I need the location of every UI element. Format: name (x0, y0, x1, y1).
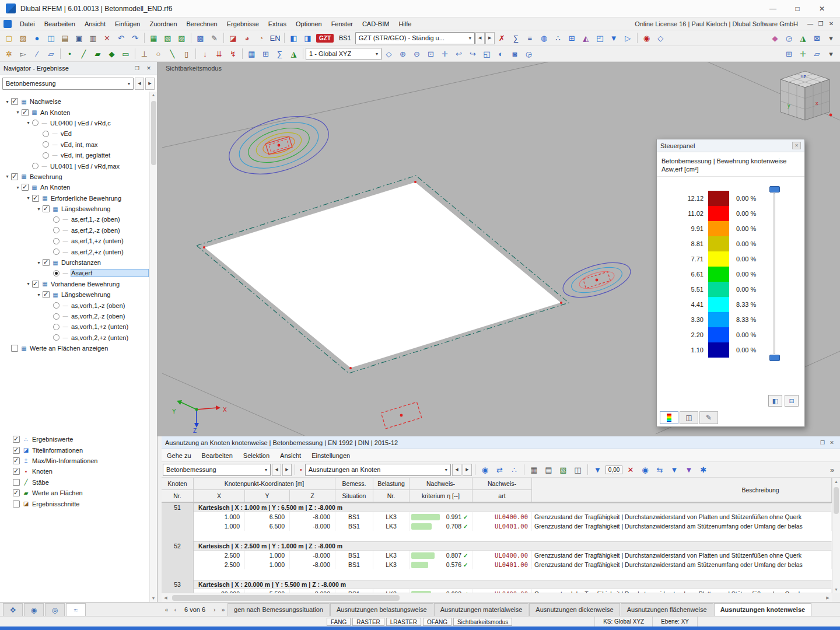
find-row-icon[interactable]: ◉ (638, 463, 652, 477)
tab-materialweise[interactable]: Ausnutzungen materialweise (434, 603, 529, 616)
clipping-icon[interactable]: ◶ (782, 32, 796, 45)
col-situation[interactable]: Situation (335, 490, 373, 502)
col-beschreibung[interactable]: Beschreibung (532, 478, 832, 502)
menu-zuordnen[interactable]: Zuordnen (145, 18, 181, 30)
scroll-thumb[interactable] (172, 595, 400, 601)
tree-item-erforderliche-bewehrung[interactable]: Erforderliche Bewehrung (0, 193, 149, 204)
expander-icon[interactable] (24, 120, 32, 125)
checkbox[interactable] (11, 98, 18, 105)
mdi-restore-icon[interactable] (816, 20, 826, 27)
next-module-button[interactable] (145, 78, 155, 90)
tree-item-ved-int-geglaettet[interactable]: vEd, int, geglättet (0, 150, 149, 160)
col-z[interactable]: Z (290, 490, 335, 502)
tree-item-as-erf-1-unten[interactable]: as,erf,1,+z (unten) (0, 236, 149, 246)
table-settings-icon[interactable]: ✱ (696, 463, 710, 477)
table-menu-bearbeiten[interactable]: Bearbeiten (197, 449, 238, 462)
minimize-button[interactable] (761, 1, 785, 17)
control-panel-icon[interactable]: ◰ (593, 32, 607, 45)
model-viewport[interactable]: X Y Z +z x y Sichtbarkeitsmodus (158, 62, 840, 436)
global-parameters-icon[interactable]: ◍ (537, 32, 551, 45)
previous-case-button[interactable] (475, 32, 485, 44)
toolbar-overflow-icon[interactable] (825, 463, 839, 477)
float-panel-icon[interactable] (132, 64, 142, 73)
row-filter-icon[interactable]: ▼ (667, 463, 681, 477)
radio[interactable] (53, 324, 60, 330)
checkbox[interactable] (43, 291, 50, 298)
checkbox[interactable] (11, 173, 18, 180)
nodal-support-icon[interactable]: ⊥ (138, 47, 151, 61)
radio[interactable] (53, 302, 60, 309)
snap-toggle[interactable]: FANG (327, 618, 351, 626)
close-button[interactable] (810, 1, 834, 17)
checkbox[interactable] (13, 468, 20, 475)
scroll-thumb[interactable] (151, 101, 156, 165)
navigator-tab-data[interactable] (3, 603, 23, 616)
guideline-icon[interactable]: ∕ (30, 47, 44, 61)
panel-options-button[interactable] (768, 395, 782, 407)
table-horizontal-scrollbar[interactable] (162, 593, 832, 602)
tree-item-ved-int-max[interactable]: vEd, int, max (0, 139, 149, 150)
calculation-settings-icon[interactable]: ≡ (523, 32, 537, 45)
menu-berechnen[interactable]: Berechnen (182, 18, 222, 30)
calculate-icon[interactable]: ∑ (273, 47, 286, 61)
new-model-icon[interactable]: ▢ (2, 32, 16, 45)
panel-tab-filter[interactable] (699, 411, 718, 424)
animation-icon[interactable]: ▷ (621, 32, 635, 45)
scroll-up-icon[interactable] (832, 478, 840, 485)
tab-belastungsweise[interactable]: Ausnutzungen belastungsweise (330, 603, 433, 616)
col-kriterium[interactable]: kriterium η [--] (410, 490, 473, 502)
checkbox[interactable] (43, 259, 50, 266)
radio[interactable] (53, 334, 60, 341)
menu-cadbim[interactable]: CAD-BIM (358, 18, 394, 30)
tree-item-ved[interactable]: vEd (0, 128, 149, 139)
isometric-view-icon[interactable]: ◇ (382, 47, 396, 61)
design-situation-combo[interactable]: GZT (STR/GEO) - Ständig u... (355, 32, 475, 44)
delete-icon[interactable]: ✕ (100, 32, 114, 45)
punching-node-2[interactable] (596, 279, 598, 282)
checkbox[interactable] (22, 109, 29, 116)
table-group-row[interactable]: 52 Kartesisch | X : 2.500 m | Y : 1.000 … (162, 541, 832, 551)
tables-icon[interactable]: ▦ (147, 32, 160, 45)
tree-item-as-vorh-1-unten[interactable]: as,vorh,1,+z (unten) (0, 321, 149, 332)
first-table-icon[interactable] (162, 603, 171, 616)
expander-icon[interactable] (35, 206, 43, 212)
tab-flaechenweise[interactable]: Ausnutzungen flächenweise (621, 603, 713, 616)
scroll-up-icon[interactable] (150, 92, 157, 99)
col-nachweis-art[interactable]: Nachweis- (473, 478, 532, 490)
visibility-mode-toggle[interactable]: Sichtbarkeitsmodus (453, 618, 512, 626)
open-model-icon[interactable]: ▨ (16, 32, 30, 45)
tree-item-asw-erf[interactable]: Asw,erf (0, 268, 149, 278)
imperfection-icon[interactable]: ↯ (226, 47, 240, 61)
expander-icon[interactable] (24, 281, 32, 286)
radio-selected[interactable] (53, 270, 60, 276)
result-diagrams-icon[interactable]: ◮ (287, 47, 300, 61)
checkbox[interactable] (13, 447, 20, 454)
next-case-button[interactable] (485, 32, 495, 44)
section-icon[interactable]: ◪ (226, 32, 240, 45)
raster-toggle[interactable]: RASTER (352, 618, 384, 626)
previous-table-button[interactable] (272, 464, 281, 476)
scroll-thumb[interactable] (834, 487, 839, 514)
table-menu-selektion[interactable]: Selektion (238, 449, 275, 462)
table-edit-icon[interactable]: ▧ (161, 32, 174, 45)
navigator-views-icon[interactable]: ◨ (301, 32, 314, 45)
project-icon[interactable]: ◫ (44, 32, 58, 45)
mdi-minimize-icon[interactable] (805, 20, 816, 27)
col-koordinaten[interactable]: Knotenpunkt-Koordinaten [m] (194, 478, 335, 490)
toolbar-overflow-icon[interactable]: ▾ (824, 32, 838, 45)
tree-item-vorhandene-bewehrung[interactable]: Vorhandene Bewehrung (0, 279, 149, 289)
result-values-icon[interactable]: ∴ (551, 32, 565, 45)
checkbox[interactable] (32, 195, 39, 202)
goto-graphic-icon[interactable]: ◉ (478, 463, 492, 477)
visibility-mode-icon[interactable]: ◐ (494, 47, 508, 61)
result-search-icon[interactable]: ∴ (508, 463, 521, 477)
radio[interactable] (53, 238, 60, 244)
slider-handle-max[interactable] (769, 186, 780, 192)
col-art[interactable]: art (473, 490, 532, 502)
table-group-row[interactable]: 53 Kartesisch | X : 20.000 m | Y : 5.500… (162, 580, 832, 589)
scroll-down-icon[interactable] (832, 586, 840, 593)
print-table-icon[interactable]: ▤ (542, 463, 555, 477)
expander-icon[interactable] (4, 174, 11, 179)
table-row[interactable]: 1.000 6.500 -8.000 BS1 LK3 0.991 UL0400.… (162, 512, 832, 522)
navigator-scrollbar[interactable] (149, 92, 157, 602)
